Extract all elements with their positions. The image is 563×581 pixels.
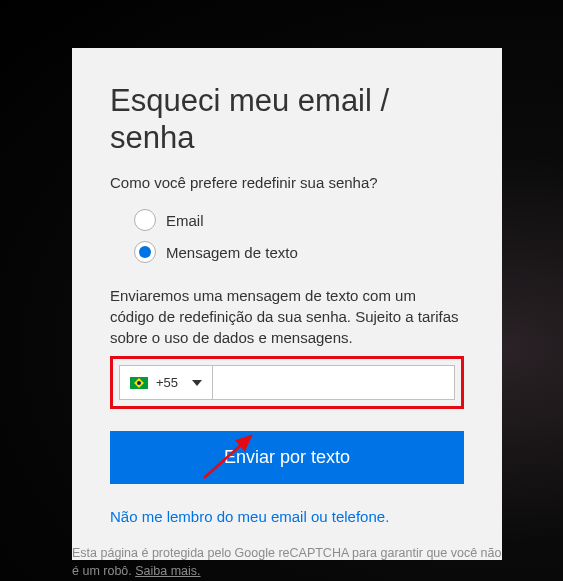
learn-more-link[interactable]: Saiba mais.	[135, 564, 200, 578]
chevron-down-icon	[192, 380, 202, 386]
radio-label-sms: Mensagem de texto	[166, 244, 298, 261]
reset-method-question: Como você prefere redefinir sua senha?	[110, 174, 464, 191]
submit-button[interactable]: Enviar por texto	[110, 431, 464, 484]
phone-input-row: +55	[110, 356, 464, 409]
radio-option-email[interactable]: Email	[134, 209, 464, 231]
brazil-flag-icon	[130, 377, 148, 389]
phone-number-input[interactable]	[213, 365, 455, 400]
radio-icon	[134, 241, 156, 263]
radio-label-email: Email	[166, 212, 204, 229]
radio-icon	[134, 209, 156, 231]
forgot-email-phone-link[interactable]: Não me lembro do meu email ou telefone.	[110, 508, 389, 525]
reset-method-group: Email Mensagem de texto	[134, 209, 464, 263]
recaptcha-footer: Esta página é protegida pelo Google reCA…	[72, 545, 502, 580]
dial-code: +55	[156, 375, 178, 390]
reset-card: Esqueci meu email / senha Como você pref…	[72, 48, 502, 560]
sms-instruction: Enviaremos uma mensagem de texto com um …	[110, 285, 464, 348]
page-title: Esqueci meu email / senha	[110, 82, 464, 156]
country-code-select[interactable]: +55	[119, 365, 213, 400]
radio-option-sms[interactable]: Mensagem de texto	[134, 241, 464, 263]
